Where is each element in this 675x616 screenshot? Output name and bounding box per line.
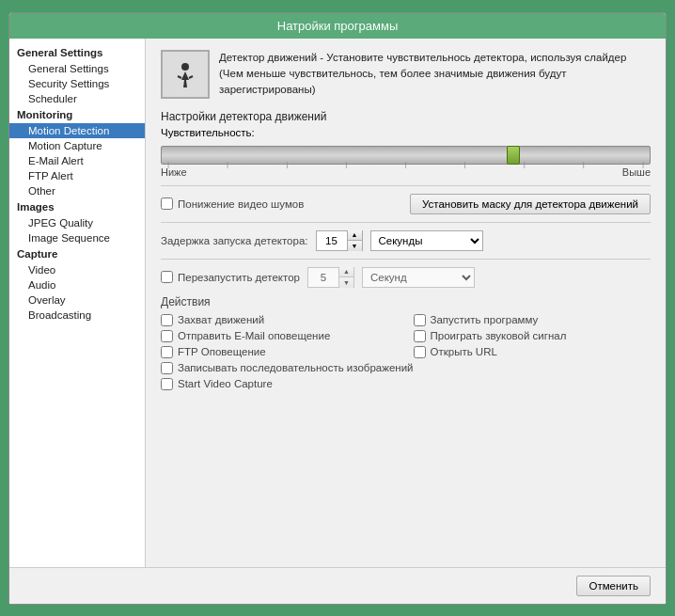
divider-2 <box>161 222 651 223</box>
delay-label: Задержка запуска детектора: <box>161 235 308 246</box>
sidebar-item-motion-detection[interactable]: Motion Detection <box>9 123 145 138</box>
action-ftp-notification[interactable]: FTP Оповещение <box>161 346 399 358</box>
restart-checkbox[interactable] <box>161 271 173 283</box>
sidebar-item-audio[interactable]: Audio <box>9 277 145 292</box>
footer: Отменить <box>9 567 666 604</box>
delay-spinbox: ▲ ▼ <box>316 230 363 251</box>
sidebar-item-jpeg-quality[interactable]: JPEG Quality <box>9 215 145 230</box>
header-description: Детектор движений - Установите чувствите… <box>219 50 651 99</box>
divider-1 <box>161 185 651 186</box>
action-capture-motion[interactable]: Захват движений <box>161 314 399 326</box>
noise-reduction-checkbox[interactable] <box>161 197 173 210</box>
actions-grid: Захват движений Запустить программу Отпр… <box>161 314 651 390</box>
main-window: Натройки программы General Settings Gene… <box>8 12 667 605</box>
window-title: Натройки программы <box>277 19 399 33</box>
sidebar-item-motion-capture[interactable]: Motion Capture <box>9 138 145 153</box>
noise-reduction-label: Понижение видео шумов <box>178 198 304 210</box>
sidebar-section-images: Images <box>9 198 145 215</box>
settings-title: Настройки детектора движений <box>161 110 651 123</box>
slider-track: | | | | | | | | | <box>161 146 651 165</box>
restart-down-arrow[interactable]: ▼ <box>339 277 353 288</box>
action-save-sequence[interactable]: Записывать последовательность изображени… <box>161 362 651 374</box>
noise-row: Понижение видео шумов Установить маску д… <box>161 194 651 214</box>
detector-icon <box>161 50 210 99</box>
sidebar-item-scheduler[interactable]: Scheduler <box>9 91 145 106</box>
svg-point-0 <box>181 63 189 71</box>
main-panel: Детектор движений - Установите чувствите… <box>146 39 666 567</box>
sidebar-item-broadcasting[interactable]: Broadcasting <box>9 308 145 323</box>
delay-spinbox-arrows: ▲ ▼ <box>347 230 362 251</box>
mask-button[interactable]: Установить маску для детектора движений <box>410 194 651 214</box>
sidebar-item-other[interactable]: Other <box>9 183 145 198</box>
sidebar-item-security-settings[interactable]: Security Settings <box>9 76 145 91</box>
restart-up-arrow[interactable]: ▲ <box>339 267 353 278</box>
title-bar: Натройки программы <box>9 13 666 39</box>
actions-section: Действия Захват движений Запустить прогр… <box>161 295 651 390</box>
divider-3 <box>161 259 651 260</box>
restart-input[interactable] <box>308 272 338 283</box>
delay-down-arrow[interactable]: ▼ <box>348 241 362 251</box>
action-run-program[interactable]: Запустить программу <box>414 314 651 326</box>
cancel-button[interactable]: Отменить <box>576 576 651 596</box>
action-play-sound[interactable]: Проиграть звуковой сигнал <box>414 330 651 342</box>
header-section: Детектор движений - Установите чувствите… <box>161 50 651 99</box>
svg-line-1 <box>178 76 181 78</box>
delay-row: Задержка запуска детектора: ▲ ▼ Секунды … <box>161 230 651 251</box>
sidebar-section-capture: Capture <box>9 245 145 262</box>
restart-label: Перезапустить детектор <box>178 272 300 283</box>
sidebar: General Settings General Settings Securi… <box>9 39 146 567</box>
restart-row: Перезапустить детектор ▲ ▼ Секунд Минут <box>161 267 651 288</box>
actions-title: Действия <box>161 295 651 308</box>
sidebar-item-general-settings[interactable]: General Settings <box>9 61 145 76</box>
restart-unit-select[interactable]: Секунд Минут <box>362 267 475 288</box>
sensitivity-label: Чувствительность: <box>161 127 651 138</box>
action-start-video-capture[interactable]: Start Video Capture <box>161 378 399 390</box>
sidebar-item-video[interactable]: Video <box>9 262 145 277</box>
sidebar-item-overlay[interactable]: Overlay <box>9 292 145 308</box>
sidebar-section-general: General Settings <box>9 44 145 61</box>
restart-spinbox-arrows: ▲ ▼ <box>338 267 353 288</box>
sidebar-item-image-sequence[interactable]: Image Sequence <box>9 230 145 245</box>
action-send-email[interactable]: Отправить E-Mail оповещение <box>161 330 399 342</box>
noise-reduction-checkbox-label[interactable]: Понижение видео шумов <box>161 197 304 210</box>
sidebar-item-email-alert[interactable]: E-Mail Alert <box>9 153 145 168</box>
restart-spinbox: ▲ ▼ <box>307 267 354 288</box>
sensitivity-slider-container: | | | | | | | | | Ниже Выше <box>161 146 651 178</box>
action-open-url[interactable]: Открыть URL <box>414 346 651 358</box>
sidebar-item-ftp-alert[interactable]: FTP Alert <box>9 168 145 183</box>
restart-checkbox-label[interactable]: Перезапустить детектор <box>161 271 300 283</box>
delay-input[interactable] <box>317 235 347 246</box>
delay-up-arrow[interactable]: ▲ <box>348 230 362 242</box>
svg-line-2 <box>189 76 193 78</box>
sidebar-section-monitoring: Monitoring <box>9 106 145 123</box>
delay-unit-select[interactable]: Секунды Минуты <box>370 230 483 251</box>
